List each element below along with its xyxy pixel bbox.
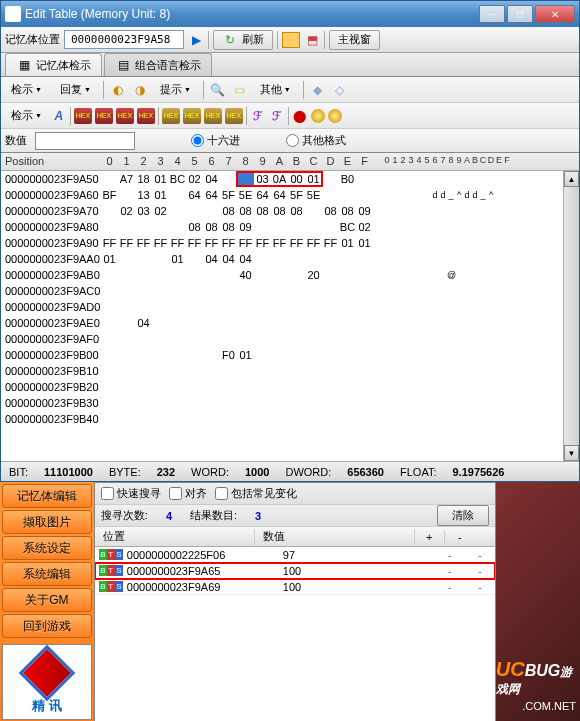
- hex-row[interactable]: 0000000023F9B30................: [1, 395, 579, 411]
- hex-icon-1[interactable]: HEX: [74, 108, 92, 124]
- hex-row[interactable]: 0000000023F9A90FFFFFFFFFFFFFFFFFFFFFFFFF…: [1, 235, 579, 251]
- chk-include-common[interactable]: 包括常见变化: [215, 486, 297, 501]
- hex-byte[interactable]: [339, 385, 356, 389]
- hex-byte[interactable]: [254, 347, 271, 363]
- hex-byte[interactable]: FF: [118, 235, 135, 251]
- hex-byte[interactable]: [322, 337, 339, 341]
- hex-byte[interactable]: 08: [237, 203, 254, 219]
- hex-byte[interactable]: [186, 337, 203, 341]
- hex-byte[interactable]: [101, 171, 118, 187]
- hex-byte[interactable]: 08: [254, 203, 271, 219]
- hex-byte[interactable]: [288, 305, 305, 309]
- hex-byte[interactable]: [237, 171, 254, 187]
- hex-byte[interactable]: [356, 289, 373, 293]
- hex-byte[interactable]: [203, 289, 220, 293]
- hex-byte[interactable]: 08: [339, 203, 356, 219]
- hex-byte[interactable]: FF: [288, 235, 305, 251]
- hex-byte[interactable]: [237, 417, 254, 421]
- fn-icon-1[interactable]: ℱ: [250, 108, 266, 124]
- hex-byte[interactable]: 03: [135, 203, 152, 219]
- hex-byte[interactable]: [220, 385, 237, 389]
- hex-byte[interactable]: [339, 401, 356, 405]
- hex-byte[interactable]: [101, 219, 118, 235]
- result-row[interactable]: BTS0000000023F9A69100--: [95, 579, 495, 595]
- hex-byte[interactable]: 5F: [288, 187, 305, 203]
- minimize-button[interactable]: ─: [479, 5, 505, 23]
- hex-byte[interactable]: [203, 369, 220, 373]
- hex-byte[interactable]: [169, 203, 186, 219]
- hex-scrollbar[interactable]: ▲ ▼: [563, 171, 579, 461]
- hex-byte[interactable]: [152, 267, 169, 283]
- hex-byte[interactable]: 02: [118, 203, 135, 219]
- hex-byte[interactable]: [169, 369, 186, 373]
- hex-byte[interactable]: BC: [169, 171, 186, 187]
- hex-byte[interactable]: [356, 251, 373, 267]
- hex-row[interactable]: 0000000023F9AD0................: [1, 299, 579, 315]
- hex-byte[interactable]: FF: [135, 235, 152, 251]
- hex-byte[interactable]: [101, 401, 118, 405]
- hex-byte[interactable]: [322, 385, 339, 389]
- hex-byte[interactable]: [288, 401, 305, 405]
- hex-byte[interactable]: [237, 337, 254, 341]
- sidebar-return-game[interactable]: 回到游戏: [2, 614, 92, 638]
- hex-byte[interactable]: [322, 219, 339, 235]
- hex-byte[interactable]: 5E: [237, 187, 254, 203]
- hex-byte[interactable]: [101, 315, 118, 331]
- hex-byte[interactable]: [203, 315, 220, 331]
- hex-byte[interactable]: [203, 305, 220, 309]
- hex-byte[interactable]: FF: [203, 235, 220, 251]
- hex-byte[interactable]: [186, 203, 203, 219]
- hex-byte[interactable]: [135, 347, 152, 363]
- hex-byte[interactable]: [169, 385, 186, 389]
- hex-byte[interactable]: [118, 347, 135, 363]
- hex-byte[interactable]: [254, 289, 271, 293]
- hex-byte[interactable]: [203, 417, 220, 421]
- hex-byte[interactable]: [169, 347, 186, 363]
- hex-byte[interactable]: [322, 315, 339, 331]
- hex-byte[interactable]: [169, 289, 186, 293]
- hex-byte[interactable]: [322, 369, 339, 373]
- hex-byte[interactable]: [135, 369, 152, 373]
- hex-byte[interactable]: [220, 305, 237, 309]
- value-input[interactable]: [35, 132, 135, 150]
- hint-menu[interactable]: 提示▼: [154, 80, 197, 99]
- hex-byte[interactable]: 04: [237, 251, 254, 267]
- misc-icon-1[interactable]: ◆: [310, 82, 326, 98]
- hex-byte[interactable]: FF: [254, 235, 271, 251]
- sidebar-sys-settings[interactable]: 系统设定: [2, 536, 92, 560]
- hex-byte[interactable]: [220, 417, 237, 421]
- hex-byte[interactable]: [356, 171, 373, 187]
- hex-byte[interactable]: [322, 305, 339, 309]
- hex-byte[interactable]: [339, 417, 356, 421]
- hex-byte[interactable]: [152, 251, 169, 267]
- hex-byte[interactable]: [135, 305, 152, 309]
- hex-row[interactable]: 0000000023F9AF0................: [1, 331, 579, 347]
- hex-row[interactable]: 0000000023F9AC0................: [1, 283, 579, 299]
- hex-byte[interactable]: 04: [203, 171, 220, 187]
- hex-byte[interactable]: [339, 267, 356, 283]
- hex-icon-2[interactable]: HEX: [95, 108, 113, 124]
- hex-byte[interactable]: [339, 369, 356, 373]
- hex-byte[interactable]: [186, 315, 203, 331]
- hint-icon-1[interactable]: ◐: [110, 82, 126, 98]
- hint-icon-2[interactable]: ◑: [132, 82, 148, 98]
- hex-byte[interactable]: [101, 203, 118, 219]
- hex-byte[interactable]: [135, 417, 152, 421]
- hex-byte[interactable]: [339, 315, 356, 331]
- hex-byte[interactable]: [203, 267, 220, 283]
- hex-byte[interactable]: 02: [356, 219, 373, 235]
- hex-byte[interactable]: [101, 347, 118, 363]
- view-menu[interactable]: 检示▼: [5, 80, 48, 99]
- rec-icon[interactable]: ⬤: [292, 108, 308, 124]
- hex-byte[interactable]: [101, 267, 118, 283]
- hex-byte[interactable]: 64: [254, 187, 271, 203]
- hex-byte[interactable]: 08: [220, 203, 237, 219]
- hex-byte[interactable]: [135, 401, 152, 405]
- hex-byte[interactable]: 01: [101, 251, 118, 267]
- hex-byte[interactable]: 18: [135, 171, 152, 187]
- hex-byte[interactable]: [186, 251, 203, 267]
- hex-byte[interactable]: [118, 289, 135, 293]
- hex-byte[interactable]: [203, 385, 220, 389]
- hex-byte[interactable]: [169, 315, 186, 331]
- hex-byte[interactable]: [288, 369, 305, 373]
